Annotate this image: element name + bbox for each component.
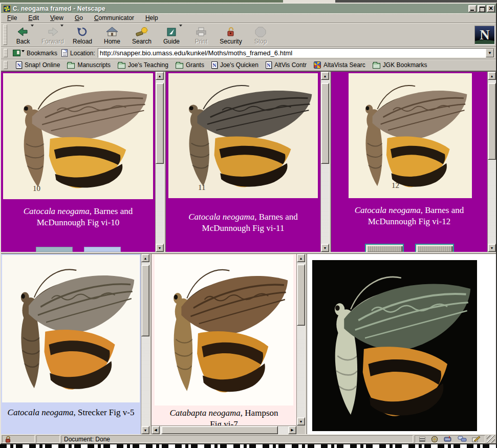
- scrollbar-track[interactable]: [297, 262, 305, 417]
- mailbox-icon[interactable]: [444, 436, 452, 442]
- horizontal-scrollbar[interactable]: ◀ ▶: [152, 425, 296, 434]
- background-window-bottom: [0, 444, 497, 448]
- bookmark-item-altavista-search[interactable]: AltaVista Searc: [314, 61, 365, 69]
- security-button[interactable]: Security: [216, 24, 246, 46]
- scrollbar-thumb[interactable]: [488, 83, 496, 160]
- menu-file[interactable]: File: [7, 14, 17, 22]
- location-input[interactable]: [98, 49, 486, 57]
- bookmark-item-joes-quicken[interactable]: Joe's Quicken: [211, 61, 258, 69]
- frame-fig-vi-12: 12 Catocala neogama, Barnes and McDunnou…: [331, 72, 496, 252]
- scroll-down-button[interactable]: ▼: [297, 417, 305, 425]
- netscape-logo[interactable]: N: [474, 26, 495, 45]
- location-label: Location:: [70, 50, 95, 57]
- home-button[interactable]: Home: [97, 24, 127, 46]
- title-bar[interactable]: C. neogama framed - Netscape: [1, 4, 496, 13]
- scroll-down-button[interactable]: ▼: [321, 244, 329, 252]
- menu-help[interactable]: Help: [145, 14, 158, 22]
- moth-photo[interactable]: [312, 260, 477, 431]
- species-name: Catabapta neogama: [169, 408, 240, 418]
- back-dropdown-indicator: [31, 25, 34, 27]
- discussions-icon[interactable]: [458, 436, 467, 442]
- vertical-scrollbar[interactable]: ▲ ▼: [320, 72, 329, 252]
- guide-button[interactable]: Guide: [157, 24, 186, 46]
- search-button[interactable]: Search: [127, 24, 157, 46]
- scrollbar-track[interactable]: [321, 80, 329, 244]
- vertical-scrollbar[interactable]: ▲ ▼: [141, 254, 149, 434]
- navigator-icon[interactable]: [430, 436, 439, 443]
- location-toolbar: Bookmarks Location: ▼: [1, 47, 496, 59]
- frame-fig-vi-10: 10 Catocala neogama, Barnes and McDunnou…: [1, 72, 164, 252]
- scrollbar-thumb[interactable]: [297, 264, 305, 326]
- vertical-scrollbar[interactable]: ▲ ▼: [296, 254, 305, 425]
- location-dropdown-button[interactable]: ▼: [486, 49, 494, 57]
- bookmark-item-altvis-contr[interactable]: AltVis Contr: [266, 61, 307, 69]
- security-status[interactable]: [2, 435, 35, 443]
- scrollbar-track[interactable]: [160, 426, 288, 434]
- scrollbar-track[interactable]: [141, 262, 149, 426]
- folder-icon: [118, 63, 125, 69]
- scrollbar-track[interactable]: [156, 80, 164, 244]
- scroll-up-button[interactable]: ▲: [156, 72, 164, 80]
- scroll-down-button[interactable]: ▼: [488, 244, 496, 252]
- scrollbar-thumb[interactable]: [161, 426, 278, 434]
- page-n-icon: [16, 61, 22, 69]
- maximize-button[interactable]: [478, 5, 486, 12]
- menu-go[interactable]: Go: [75, 14, 83, 22]
- scrollbar-thumb[interactable]: [141, 265, 149, 336]
- minimize-button[interactable]: [468, 5, 477, 12]
- menu-communicator[interactable]: Communicator: [94, 14, 134, 22]
- scroll-up-button[interactable]: ▲: [321, 72, 329, 80]
- bookmark-item-joes-teaching[interactable]: Joe's Teaching: [118, 61, 168, 69]
- location-bar-grip[interactable]: [4, 49, 8, 57]
- component-bar-handle[interactable]: [419, 437, 425, 442]
- bookmarks-dropdown-arrow: [21, 50, 25, 52]
- menu-view[interactable]: View: [50, 14, 63, 22]
- thumbnail-button[interactable]: [36, 247, 73, 252]
- thumbnail-buttons: [1, 247, 155, 252]
- bookmark-item-grants[interactable]: Grants: [176, 61, 204, 69]
- personal-toolbar: Snap! Online Manuscripts Joe's Teaching …: [1, 59, 496, 71]
- guide-icon: [165, 26, 178, 38]
- reload-button[interactable]: Reload: [68, 24, 97, 46]
- back-button[interactable]: Back: [8, 24, 38, 46]
- personal-toolbar-grip[interactable]: [4, 61, 8, 69]
- bookmarks-button[interactable]: Bookmarks: [11, 49, 59, 57]
- frame-fig-vi-11: 11 Catocala neogama, Barnes and McDunnou…: [166, 72, 329, 252]
- scrollbar-thumb[interactable]: [156, 83, 164, 164]
- moth-illustration-vi-11[interactable]: 11: [168, 73, 318, 198]
- scroll-right-button[interactable]: ▶: [288, 426, 296, 434]
- caption-vi-10: Catocala neogama, Barnes and McDunnough …: [1, 206, 155, 228]
- window-resize-grip[interactable]: [487, 435, 495, 443]
- vertical-scrollbar[interactable]: ▲ ▼: [155, 72, 164, 252]
- species-name: Catocala neogama: [8, 408, 74, 417]
- close-button[interactable]: [487, 5, 495, 12]
- caption-v-5: Catocala neogama, Strecker Fig v-5: [1, 407, 141, 418]
- menu-edit[interactable]: Edit: [28, 14, 39, 22]
- caption-vi-11: Catocala neogama, Barnes and McDunnough …: [166, 211, 320, 234]
- bookmark-item-manuscripts[interactable]: Manuscripts: [67, 61, 111, 69]
- scroll-left-button[interactable]: ◀: [152, 426, 160, 434]
- figure-number: 10: [33, 184, 40, 193]
- thumbnail-button[interactable]: [84, 247, 121, 252]
- page-proxy-icon[interactable]: [61, 49, 68, 57]
- moth-illustration-vi-10[interactable]: 10: [3, 73, 153, 199]
- frame-photo: [307, 254, 496, 434]
- thumbnail-button[interactable]: [365, 244, 404, 252]
- bookmark-item-jgk-bookmarks[interactable]: JGK Bookmarks: [373, 61, 427, 69]
- toolbar-grip[interactable]: [3, 25, 7, 45]
- scroll-up-button[interactable]: ▲: [141, 254, 149, 262]
- moth-illustration-vi-7[interactable]: [155, 255, 293, 406]
- page-n-icon: [211, 61, 218, 69]
- scroll-down-button[interactable]: ▼: [156, 244, 164, 252]
- scroll-down-button[interactable]: ▼: [141, 426, 149, 434]
- scroll-up-button[interactable]: ▲: [297, 254, 305, 262]
- scrollbar-track[interactable]: [488, 80, 496, 244]
- thumbnail-button[interactable]: [415, 244, 454, 252]
- bookmark-item-snap-online[interactable]: Snap! Online: [16, 61, 60, 69]
- scroll-up-button[interactable]: ▲: [488, 72, 496, 80]
- vertical-scrollbar[interactable]: ▲ ▼: [487, 72, 496, 252]
- moth-illustration-vi-12[interactable]: 12: [349, 73, 472, 198]
- moth-illustration-v-5[interactable]: [2, 255, 140, 402]
- scrollbar-thumb[interactable]: [321, 83, 329, 164]
- composer-icon[interactable]: [472, 436, 481, 442]
